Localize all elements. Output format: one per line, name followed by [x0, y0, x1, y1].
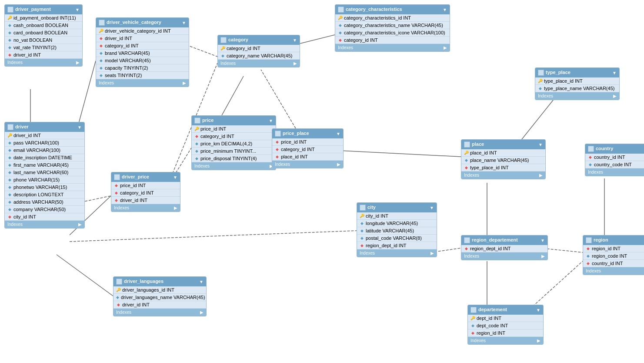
table-header-driver[interactable]: driver ▼	[5, 122, 84, 132]
field-last-name: ◆last_name VARCHAR(60)	[5, 169, 84, 176]
table-footer-dl[interactable]: Indexes▶	[113, 309, 206, 316]
field-icon: ◆	[7, 38, 12, 42]
field-cc-cat-id: ◆category_id INT	[335, 37, 450, 44]
field-icon: ◆	[194, 156, 199, 161]
field-city-postal: ◆postal_code VARCHAR(8)	[357, 235, 437, 242]
fk-icon: ◆	[275, 140, 279, 144]
table-header-country[interactable]: country ▼	[585, 144, 644, 154]
table-footer-driver[interactable]: Indexes▶	[5, 221, 84, 228]
field-icon: ◆	[360, 221, 364, 225]
field-icon: ◆	[7, 185, 12, 189]
table-header-tp[interactable]: type_place ▼	[535, 68, 619, 77]
table-header-place[interactable]: place ▼	[461, 140, 545, 149]
table-category-characteristics: category_characteristics ▼ 🔑category_cha…	[335, 4, 450, 52]
table-driver-payment: driver_payment ▼ 🔑id_payment_onboard INT…	[4, 4, 83, 67]
fk-icon: ◆	[464, 246, 468, 251]
field-icon: ◆	[7, 200, 12, 204]
field-country-id: ◆country_id INT	[585, 154, 644, 161]
field-place-name: ◆place_name VARCHAR(45)	[461, 157, 545, 164]
field-dp-category-id: ◆category_id INT	[111, 189, 180, 197]
table-header-cat[interactable]: category ▼	[218, 35, 300, 45]
table-footer-country[interactable]: Indexes▶	[585, 168, 644, 176]
key-icon: 🔑	[7, 133, 12, 138]
fk-icon: ◆	[114, 198, 118, 202]
table-footer-cc[interactable]: Indexes▶	[335, 44, 450, 51]
field-region-country-id: ◆country_id INT	[583, 260, 644, 267]
table-header-city[interactable]: city ▼	[357, 203, 437, 212]
table-category: category ▼ 🔑category_id INT ◆category_na…	[217, 35, 300, 67]
field-icon: ◆	[7, 141, 12, 145]
key-icon: 🔑	[338, 16, 342, 20]
table-city: city ▼ 🔑city_id INT ◆longitude VARCHAR(4…	[357, 202, 437, 257]
table-header-price[interactable]: price ▼	[192, 116, 276, 125]
field-dvc-seats: ◆seats TINYINT(2)	[96, 72, 189, 79]
field-dl-name: ◆driver_languages_name VARCHAR(45)	[113, 294, 206, 301]
fk-icon: ◆	[114, 191, 118, 195]
fk-icon: ◆	[464, 165, 468, 170]
field-date-inscription: ◆date_inscription DATETIME	[5, 154, 84, 161]
field-icon: ◆	[7, 23, 12, 27]
table-price: price ▼ 🔑price_id INT ◆category_id INT ◆…	[191, 115, 276, 170]
table-header-driver-payment[interactable]: driver_payment ▼	[5, 5, 82, 14]
field-icon: ◆	[194, 149, 199, 153]
svg-line-12	[70, 231, 357, 242]
field-dl-driver-id: ◆driver_id INT	[113, 301, 206, 309]
field-tp-name: ◆type_place_name VARCHAR(45)	[535, 85, 619, 92]
field-dvc-driver-id: ◆driver_id INT	[96, 35, 189, 42]
table-header-region[interactable]: region ▼	[583, 235, 644, 245]
field-pp-category-id: ◆category_id INT	[272, 146, 343, 153]
table-footer-cat[interactable]: Indexes▶	[218, 60, 300, 67]
table-header-dp[interactable]: driver_price ▼	[111, 172, 180, 182]
fk-icon: ◆	[338, 38, 342, 42]
table-header-dl[interactable]: driver_languages ▼	[113, 277, 206, 286]
field-icon: ◆	[338, 30, 342, 35]
field-dvc-model: ◆model VARCHAR(45)	[96, 57, 189, 64]
table-footer-city[interactable]: Indexes▶	[357, 249, 437, 257]
table-footer-driver-payment[interactable]: Indexes▶	[5, 59, 82, 66]
table-footer-dp[interactable]: Indexes▶	[111, 204, 180, 212]
field-city-longitude: ◆longitude VARCHAR(45)	[357, 220, 437, 227]
field-dp-price-id: ◆price_id INT	[111, 182, 180, 189]
table-footer-tp[interactable]: Indexes▶	[535, 92, 619, 100]
table-header-rd[interactable]: region_departement ▼	[461, 235, 547, 245]
table-footer-region[interactable]: Indexes▶	[583, 267, 644, 275]
table-footer-dvc[interactable]: Indexes▶	[96, 79, 189, 87]
field-icon: ◆	[470, 323, 475, 328]
table-region: region ▼ ◆region_id INT ◆region_code INT…	[583, 235, 644, 275]
field-icon: ◆	[7, 163, 12, 167]
field-cat-id: 🔑category_id INT	[218, 45, 300, 52]
table-header-dvc[interactable]: driver_vehicle_category ▼	[96, 18, 189, 27]
field-region-id: ◆region_id INT	[583, 245, 644, 252]
field-icon: ◆	[360, 236, 364, 240]
table-header-cc[interactable]: category_characteristics ▼	[335, 5, 450, 14]
field-dl-id: 🔑driver_languages_id INT	[113, 286, 206, 294]
field-icon: ◆	[220, 54, 225, 58]
table-icon	[470, 307, 477, 313]
field-dvc-brand: ◆brand VARCHAR(45)	[96, 50, 189, 57]
field-city-latitude: ◆latitude VARCHAR(45)	[357, 227, 437, 235]
field-address: ◆address VARCHAR(50)	[5, 198, 84, 206]
field-price-disposal: ◆price_disposal TINYINT(4)	[192, 155, 276, 162]
table-footer-price[interactable]: Indexes▶	[192, 162, 276, 170]
field-phonetwo: ◆phonetwo VARCHAR(15)	[5, 184, 84, 191]
field-cc-icone: ◆category_characteristics_icone VARCHAR(…	[335, 29, 450, 37]
table-footer-dept[interactable]: Indexes▶	[468, 337, 543, 344]
field-cc-id: 🔑category_characteristics_id INT	[335, 14, 450, 22]
field-place-type-id: ◆type_place_id INT	[461, 164, 545, 171]
table-departement: departement ▼ 🔑dept_id INT ◆dept_code IN…	[467, 305, 544, 345]
table-footer-pp[interactable]: Indexes▶	[272, 161, 343, 168]
field-city-id: 🔑city_id INT	[357, 212, 437, 220]
key-icon: 🔑	[7, 16, 12, 20]
table-footer-rd[interactable]: Indexes▶	[461, 252, 547, 260]
table-country: country ▼ ◆country_id INT ◆country_code …	[585, 144, 644, 176]
table-icon	[586, 237, 592, 243]
key-icon: 🔑	[470, 316, 475, 320]
fk-icon: ◆	[99, 44, 103, 48]
table-header-pp[interactable]: price_place ▼	[272, 129, 343, 138]
table-footer-place[interactable]: Indexes▶	[461, 171, 545, 179]
table-header-dept[interactable]: departement ▼	[468, 305, 543, 315]
field-driver-id-pk: 🔑driver_id INT	[5, 132, 84, 139]
field-icon: ◆	[99, 66, 103, 70]
fk-icon: ◆	[470, 331, 475, 335]
field-dept-region-id: ◆region_id INT	[468, 329, 543, 337]
